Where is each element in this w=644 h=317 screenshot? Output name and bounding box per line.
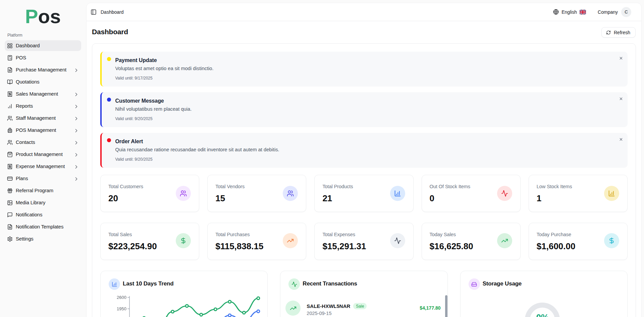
svg-text:1950: 1950 bbox=[117, 306, 126, 311]
svg-text:2600: 2600 bbox=[117, 295, 126, 300]
